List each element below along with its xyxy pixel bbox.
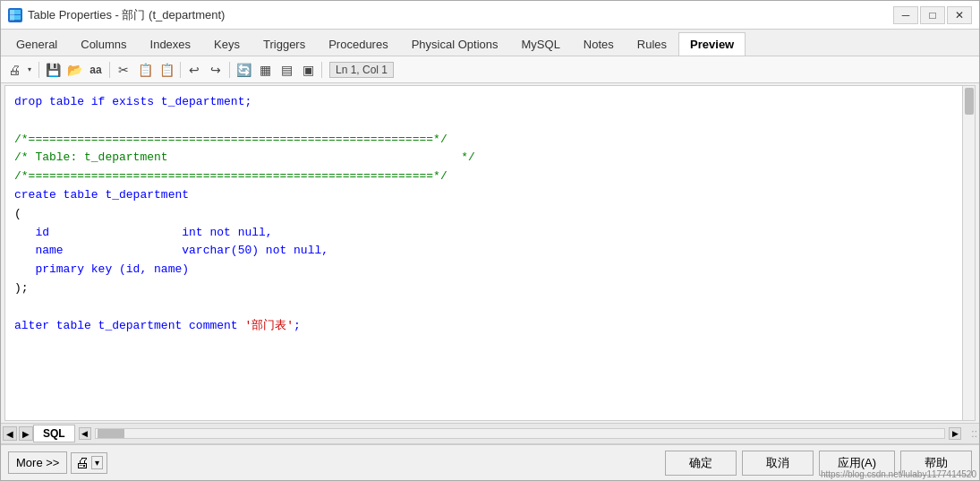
tab-next-button[interactable]: ▶ [19, 426, 33, 441]
code-line-13a: alter table t_department comment [14, 319, 244, 332]
print-button[interactable]: 🖨 [4, 60, 24, 80]
code-line-5: /*======================================… [14, 169, 447, 183]
code-line-1: drop table if exists t_department; [14, 95, 251, 108]
tab-indexes[interactable]: Indexes [139, 32, 203, 56]
code-line-13b: '部门表' [244, 319, 294, 332]
title-bar: Table Properties - 部门 (t_department) ─ □… [1, 1, 979, 30]
tab-preview[interactable]: Preview [678, 32, 746, 56]
separator-1 [38, 62, 39, 78]
tab-mysql[interactable]: MySQL [510, 32, 572, 56]
svg-rect-2 [10, 10, 14, 21]
hscroll-thumb [98, 429, 124, 438]
confirm-button[interactable]: 确定 [665, 451, 737, 476]
print-dropdown-button[interactable]: ▾ [24, 60, 35, 80]
tab-keys[interactable]: Keys [202, 32, 251, 56]
horizontal-scrollbar[interactable] [95, 428, 945, 439]
separator-5 [321, 62, 322, 78]
cut-button[interactable]: ✂ [114, 60, 133, 80]
watermark: https://blog.csdn.net/lulaby1177414520 [821, 469, 976, 479]
tab-bar: General Columns Indexes Keys Triggers Pr… [1, 30, 979, 56]
separator-4 [229, 62, 230, 78]
code-line-13c: ; [294, 319, 301, 332]
footer-left: More >> 🖨 ▾ [8, 451, 107, 474]
hscroll-left-button[interactable]: ◀ [79, 427, 91, 440]
title-bar-controls: ─ □ ✕ [893, 6, 972, 24]
code-line-7: ( [14, 207, 21, 220]
paste-button[interactable]: 📋 [157, 60, 176, 80]
save-button[interactable]: 💾 [43, 60, 63, 80]
tab-physical-options[interactable]: Physical Options [400, 32, 510, 56]
view1-button[interactable]: ▦ [255, 60, 275, 80]
copy-button[interactable]: 📋 [135, 60, 155, 80]
tab-procedures[interactable]: Procedures [317, 32, 399, 56]
footer-print-dropdown-button[interactable]: ▾ [91, 456, 103, 469]
code-line-11: ); [14, 281, 29, 295]
refresh-button[interactable]: 🔄 [234, 60, 253, 80]
more-button[interactable]: More >> [8, 451, 67, 474]
bottom-tab-bar: ◀ ▶ SQL ◀ ▶ :: [1, 423, 979, 444]
sql-editor[interactable]: drop table if exists t_department; /*===… [5, 86, 962, 420]
print-toolbar-group: 🖨 ▾ [4, 60, 35, 80]
window-title: Table Properties - 部门 (t_department) [28, 7, 225, 23]
tab-general[interactable]: General [4, 32, 69, 56]
code-line-4: /* Table: t_department */ [14, 150, 475, 164]
tab-nav-controls: ◀ ▶ [3, 426, 33, 441]
cancel-button[interactable]: 取消 [742, 451, 814, 476]
close-button[interactable]: ✕ [947, 6, 972, 24]
separator-3 [180, 62, 181, 78]
code-line-3: /*======================================… [14, 133, 447, 146]
tab-triggers[interactable]: Triggers [251, 32, 317, 56]
footer-print-button[interactable]: 🖨 [75, 455, 89, 471]
tab-notes[interactable]: Notes [572, 32, 626, 56]
bottom-tab-sql[interactable]: SQL [33, 425, 75, 442]
code-line-6: create table t_department [14, 188, 189, 202]
footer: More >> 🖨 ▾ 确定 取消 应用(A) 帮助 https://blog.… [1, 444, 979, 480]
content-area: drop table if exists t_department; /*===… [4, 85, 976, 421]
scrollbar-thumb[interactable] [965, 88, 974, 115]
separator-2 [109, 62, 110, 78]
footer-print-group: 🖨 ▾ [71, 452, 107, 474]
toolbar: 🖨 ▾ 💾 📂 aa ✂ 📋 📋 ↩ ↪ 🔄 ▦ ▤ ▣ Ln 1, Col 1 [1, 56, 979, 83]
main-window: Table Properties - 部门 (t_department) ─ □… [0, 0, 980, 481]
open-button[interactable]: 📂 [64, 60, 84, 80]
tab-prev-button[interactable]: ◀ [3, 426, 17, 441]
search-replace-button[interactable]: aa [86, 60, 106, 80]
resize-grip: :: [965, 427, 977, 440]
undo-button[interactable]: ↩ [184, 60, 204, 80]
vertical-scrollbar[interactable] [962, 86, 975, 420]
hscroll-right-button[interactable]: ▶ [949, 427, 961, 440]
tab-columns[interactable]: Columns [69, 32, 138, 56]
redo-button[interactable]: ↪ [206, 60, 226, 80]
tab-rules[interactable]: Rules [626, 32, 678, 56]
code-line-8: id int not null, [14, 226, 273, 239]
app-icon [8, 8, 22, 22]
code-line-9: name varchar(50) not null, [14, 244, 328, 257]
cursor-position: Ln 1, Col 1 [329, 62, 394, 78]
title-bar-left: Table Properties - 部门 (t_department) [8, 7, 225, 23]
code-line-10: primary key (id, name) [14, 262, 189, 276]
minimize-button[interactable]: ─ [893, 6, 918, 24]
maximize-button[interactable]: □ [920, 6, 945, 24]
view3-button[interactable]: ▣ [298, 60, 318, 80]
view2-button[interactable]: ▤ [277, 60, 296, 80]
